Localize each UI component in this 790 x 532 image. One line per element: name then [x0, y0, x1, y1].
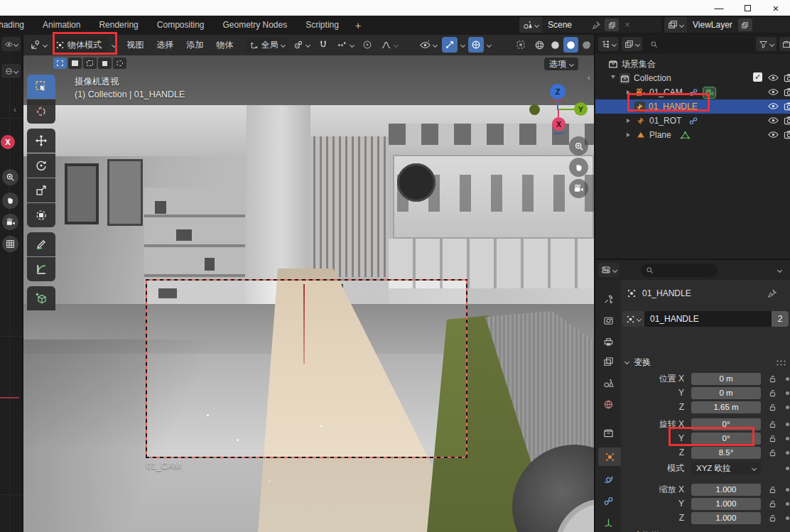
tab-geometry-nodes[interactable]: Geometry Nodes — [214, 16, 297, 35]
hide-eye-icon[interactable] — [768, 115, 779, 126]
disable-render-camera-icon[interactable] — [784, 115, 790, 126]
gizmo-axis-x[interactable]: X — [552, 117, 566, 131]
sidebar-collapse-arrow[interactable]: ‹ — [13, 105, 16, 114]
users-count-badge[interactable]: 2 — [772, 311, 789, 327]
show-overlays-toggle[interactable] — [468, 37, 484, 53]
collection-checkbox[interactable]: ✓ — [753, 72, 762, 82]
object-name-field[interactable]: 01_HANDLE 2 — [622, 311, 789, 327]
lock-icon[interactable] — [764, 389, 781, 397]
snap-target-selector[interactable] — [333, 37, 357, 53]
new-collection-button[interactable] — [779, 37, 790, 51]
menu-view[interactable]: 视图 — [121, 39, 149, 51]
select-circle-button[interactable] — [83, 58, 97, 69]
tool-annotate[interactable] — [27, 232, 55, 256]
animate-dot[interactable] — [786, 423, 789, 426]
new-scene-button[interactable] — [605, 18, 619, 31]
tab-object-data[interactable] — [595, 513, 621, 531]
tab-tool[interactable] — [595, 290, 621, 308]
camera-view-button[interactable] — [2, 214, 18, 230]
pivot-point-selector[interactable] — [290, 37, 313, 53]
panel-drag-dots[interactable] — [776, 359, 786, 367]
show-gizmo-toggle[interactable] — [442, 37, 458, 53]
select-lasso-button[interactable] — [98, 58, 112, 69]
select-tweak-button[interactable] — [53, 58, 67, 69]
lock-icon[interactable] — [764, 514, 781, 522]
tab-shading[interactable]: hading — [0, 16, 33, 35]
tab-world[interactable] — [595, 395, 621, 413]
unlink-scene-button[interactable]: × — [621, 20, 634, 30]
overlay-dropdown-partial[interactable] — [1, 64, 21, 78]
properties-search-input[interactable] — [641, 264, 718, 277]
shading-wireframe-button[interactable] — [532, 37, 547, 53]
lock-icon[interactable] — [764, 449, 781, 457]
mode-selector[interactable]: 物体模式 — [52, 37, 107, 53]
visibility-selector[interactable] — [416, 37, 440, 53]
outliner-row-01-cam[interactable]: 01_CAM — [595, 85, 790, 99]
gizmo-axis-y[interactable]: Y — [574, 102, 588, 116]
tab-output[interactable] — [595, 332, 621, 351]
expand-arrow-icon[interactable] — [611, 75, 615, 81]
tool-cursor[interactable] — [27, 99, 55, 124]
field-value[interactable]: 0 m — [691, 387, 761, 399]
lock-icon[interactable] — [764, 375, 781, 383]
disable-render-camera-icon[interactable] — [784, 129, 790, 140]
hide-eye-icon[interactable] — [768, 129, 779, 140]
grid-toggle-button[interactable] — [2, 236, 18, 252]
zoom-button[interactable] — [2, 169, 18, 185]
outliner-row-collection[interactable]: Collection ✓ — [595, 71, 790, 85]
field-value[interactable]: 0° — [691, 433, 761, 445]
view-layer-browse-button[interactable] — [664, 17, 687, 33]
outliner-row-01-handle[interactable]: 01_HANDLE — [595, 99, 790, 114]
lock-icon[interactable] — [764, 403, 781, 411]
close-button[interactable]: × — [762, 0, 790, 16]
select-box-button[interactable] — [68, 58, 82, 69]
disable-render-camera-icon[interactable] — [784, 101, 790, 112]
hide-eye-icon[interactable] — [768, 72, 779, 83]
select-paint-button[interactable] — [113, 58, 126, 69]
lock-icon[interactable] — [764, 500, 781, 508]
tool-move[interactable] — [27, 129, 55, 153]
properties-editor-type-button[interactable] — [598, 263, 619, 277]
properties-options-dropdown[interactable] — [777, 267, 782, 272]
animate-dot[interactable] — [786, 467, 789, 470]
shading-solid-button[interactable] — [548, 37, 563, 53]
mode-dropdown-arrow[interactable] — [109, 37, 119, 53]
xray-toggle[interactable] — [512, 37, 529, 53]
menu-select[interactable]: 选择 — [151, 39, 179, 51]
new-view-layer-button[interactable] — [738, 18, 752, 31]
maximize-button[interactable] — [733, 0, 762, 16]
tool-rotate[interactable] — [27, 153, 55, 178]
field-value[interactable]: 1.000 — [691, 498, 761, 510]
tab-render[interactable] — [595, 311, 621, 330]
scene-browse-button[interactable] — [519, 17, 542, 33]
animate-dot[interactable] — [786, 488, 789, 492]
gizmo-axis-y-negative[interactable] — [529, 104, 540, 115]
expand-arrow-icon[interactable] — [627, 90, 630, 94]
shading-dropdown-partial[interactable] — [1, 37, 21, 51]
editor-type-button[interactable] — [26, 37, 50, 53]
viewport-zoom-button[interactable] — [569, 136, 588, 156]
field-value[interactable]: 1.65 m — [691, 401, 761, 413]
camera-frame[interactable] — [146, 279, 467, 458]
outliner-row-plane[interactable]: Plane — [595, 128, 790, 142]
menu-object[interactable]: 物体 — [210, 39, 239, 51]
scene-selector[interactable]: Scene × — [519, 17, 661, 33]
animate-dot[interactable] — [786, 377, 789, 381]
tab-scripting[interactable]: Scripting — [296, 16, 348, 35]
field-value[interactable]: 1.000 — [691, 512, 761, 524]
proportional-editing-toggle[interactable] — [359, 37, 376, 53]
hide-eye-icon[interactable] — [768, 101, 779, 112]
transform-orientation-selector[interactable]: 全局 — [246, 37, 288, 53]
tab-object[interactable] — [598, 447, 621, 466]
gizmo-dropdown[interactable] — [459, 37, 467, 53]
lock-icon[interactable] — [764, 486, 781, 494]
disable-render-camera-icon[interactable] — [784, 87, 790, 97]
tool-scale[interactable] — [27, 178, 55, 202]
field-value[interactable]: 0° — [691, 418, 761, 430]
animate-dot[interactable] — [786, 451, 789, 455]
minimize-button[interactable]: — — [705, 0, 733, 16]
tab-scene[interactable] — [595, 374, 621, 392]
outliner-search-input[interactable] — [645, 38, 753, 51]
viewport-3d[interactable]: 物体模式 视图 选择 添加 物体 全局 — [23, 34, 594, 532]
field-value[interactable]: 0 m — [691, 373, 761, 385]
